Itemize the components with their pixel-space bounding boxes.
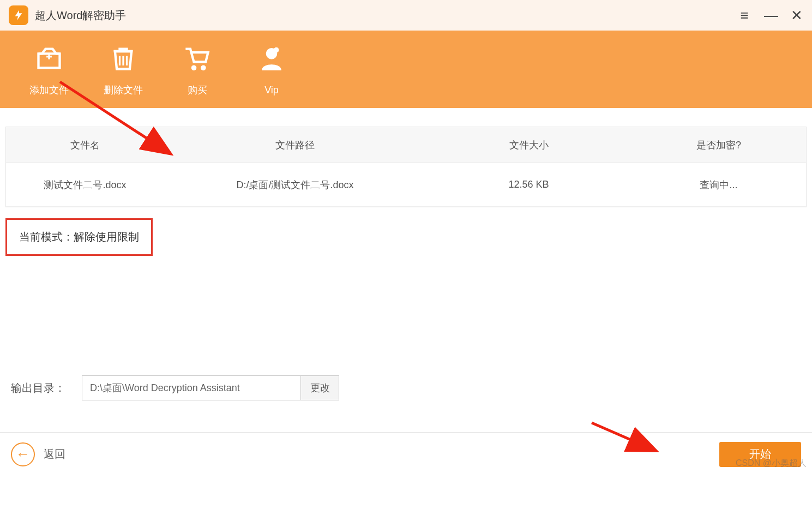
col-header-encrypted: 是否加密?	[631, 139, 806, 152]
user-icon	[257, 43, 286, 76]
add-file-button[interactable]: 添加文件	[23, 42, 75, 97]
main-toolbar: 添加文件 删除文件 购买 Vip	[0, 31, 812, 108]
app-logo	[9, 5, 28, 25]
output-dir-group: 更改	[82, 375, 339, 400]
back-button[interactable]: ← 返回	[11, 442, 65, 466]
mode-box: 当前模式：解除使用限制	[5, 218, 153, 256]
minimize-icon[interactable]: —	[764, 8, 777, 22]
watermark: CSDN @小奥超人	[736, 458, 807, 469]
arrow-left-icon: ←	[11, 442, 35, 466]
cell-size: 12.56 KB	[426, 179, 631, 190]
change-button[interactable]: 更改	[300, 376, 339, 400]
mode-prefix: 当前模式：	[19, 231, 74, 243]
output-dir-row: 输出目录： 更改	[11, 375, 339, 400]
col-header-path: 文件路径	[164, 139, 426, 152]
svg-rect-1	[49, 54, 50, 59]
title-bar: 超人Word解密助手 ≡ — ✕	[0, 0, 812, 31]
cell-encrypted: 查询中...	[631, 178, 806, 191]
footer: ← 返回 开始	[0, 432, 812, 476]
lightning-icon	[13, 9, 25, 21]
buy-button[interactable]: 购买	[171, 42, 224, 97]
cart-icon	[183, 42, 212, 75]
output-dir-input[interactable]	[82, 376, 300, 400]
remove-file-label: 删除文件	[104, 83, 143, 97]
vip-label: Vip	[264, 85, 279, 96]
add-file-label: 添加文件	[29, 83, 69, 97]
table-header: 文件名 文件路径 文件大小 是否加密?	[6, 127, 806, 163]
col-header-size: 文件大小	[426, 139, 631, 152]
output-dir-label: 输出目录：	[11, 381, 65, 396]
buy-label: 购买	[188, 83, 207, 97]
table-row[interactable]: 测试文件二号.docx D:/桌面/测试文件二号.docx 12.56 KB 查…	[6, 163, 806, 207]
menu-icon[interactable]: ≡	[738, 8, 751, 22]
app-title: 超人Word解密助手	[35, 8, 126, 23]
window-controls: ≡ — ✕	[738, 0, 803, 31]
add-file-icon	[35, 42, 63, 75]
svg-point-5	[191, 65, 196, 70]
vip-button[interactable]: Vip	[245, 43, 298, 96]
close-icon[interactable]: ✕	[790, 8, 803, 22]
mode-value: 解除使用限制	[74, 231, 139, 243]
cell-path: D:/桌面/测试文件二号.docx	[164, 178, 426, 191]
file-table: 文件名 文件路径 文件大小 是否加密? 测试文件二号.docx D:/桌面/测试…	[5, 127, 807, 207]
col-header-name: 文件名	[6, 139, 164, 152]
back-label: 返回	[44, 447, 65, 462]
trash-icon	[109, 42, 137, 75]
svg-point-8	[274, 47, 279, 52]
cell-name: 测试文件二号.docx	[6, 178, 164, 191]
svg-point-6	[201, 65, 206, 70]
remove-file-button[interactable]: 删除文件	[97, 42, 149, 97]
